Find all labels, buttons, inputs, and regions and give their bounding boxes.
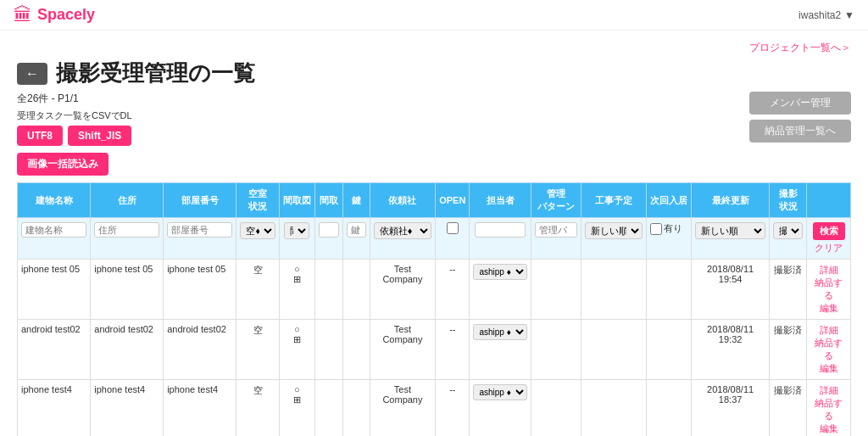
- detail-link[interactable]: 詳細: [810, 384, 847, 397]
- cell-assignee: ashipp ♦: [470, 320, 531, 380]
- filter-construction[interactable]: 新しい順: [585, 222, 643, 239]
- filter-mgmt-pattern[interactable]: [535, 222, 577, 238]
- csv-label: 受理タスク一覧をCSVでDL: [17, 109, 132, 122]
- user-menu[interactable]: iwashita2 ▼: [798, 9, 854, 21]
- filter-room[interactable]: [167, 222, 232, 238]
- filter-status[interactable]: 撮▲: [773, 222, 803, 239]
- main-content: プロジェクト一覧へ＞ ← 撮影受理管理の一覧 全26件 - P1/1 受理タスク…: [0, 31, 868, 436]
- page-title: 撮影受理管理の一覧: [56, 59, 255, 88]
- user-dropdown-icon: ▼: [844, 9, 854, 21]
- cell-assignee: ashipp ♦: [470, 260, 531, 320]
- cell-room-address: android test02: [164, 320, 236, 380]
- filter-client[interactable]: 依頼社♦: [374, 222, 432, 239]
- table-header-row: 建物名称 住所 部屋番号 空室状況 間取図 間取 鍵 依頼社 OPEN 担当者 …: [18, 183, 851, 218]
- assignee-select[interactable]: ashipp ♦: [473, 264, 527, 280]
- deliver-link[interactable]: 納品する: [810, 337, 847, 362]
- logo-icon: 🏛: [14, 4, 32, 26]
- edit-link[interactable]: 編集: [810, 362, 847, 375]
- cell-madori-icon: ○⊞: [279, 260, 314, 320]
- back-button[interactable]: ←: [17, 63, 47, 85]
- filter-key[interactable]: [347, 222, 366, 238]
- clear-button[interactable]: クリア: [810, 242, 847, 254]
- edit-link[interactable]: 編集: [810, 422, 847, 435]
- shiftjis-button[interactable]: Shift_JIS: [68, 126, 131, 146]
- filter-open-checkbox[interactable]: [447, 222, 459, 234]
- table-row: android test02 android test02 android te…: [18, 320, 851, 380]
- cell-assignee: ashipp ♦: [470, 380, 531, 437]
- cell-status: 撮影済: [770, 380, 807, 437]
- cell-construction: [581, 380, 646, 437]
- csv-buttons: UTF8 Shift_JIS: [17, 126, 132, 146]
- table-row: iphone test4 iphone test4 iphone test4 空…: [18, 380, 851, 437]
- cell-key: [342, 260, 370, 320]
- cell-mgmt: [531, 380, 581, 437]
- utf8-button[interactable]: UTF8: [17, 126, 63, 146]
- cell-construction: [581, 320, 646, 380]
- filter-assignee[interactable]: [475, 222, 526, 238]
- filter-arite-checkbox[interactable]: [650, 223, 662, 235]
- cell-mgmt: [531, 260, 581, 320]
- toolbar-area: 全26件 - P1/1 受理タスク一覧をCSVでDL UTF8 Shift_JI…: [17, 92, 851, 176]
- count-label: 全26件 - P1/1: [17, 92, 132, 106]
- filter-last-update[interactable]: 新しい順: [695, 222, 765, 239]
- col-open: OPEN: [436, 183, 470, 218]
- cell-key: [342, 320, 370, 380]
- col-address: 住所: [91, 183, 164, 218]
- cell-construction: [581, 260, 646, 320]
- cell-mgmt: [531, 320, 581, 380]
- col-actions: [807, 183, 851, 218]
- detail-link[interactable]: 詳細: [810, 324, 847, 337]
- table-body: iphone test 05 iphone test 05 iphone tes…: [18, 260, 851, 437]
- cell-actions: 詳細 納品する 編集: [807, 380, 851, 437]
- search-button[interactable]: 検索: [813, 222, 845, 240]
- cell-vacancy: 空: [236, 260, 279, 320]
- cell-status: 撮影済: [770, 320, 807, 380]
- deliver-link[interactable]: 納品する: [810, 277, 847, 302]
- col-client: 依頼社: [370, 183, 436, 218]
- table-row: iphone test 05 iphone test 05 iphone tes…: [18, 260, 851, 320]
- delivery-mgmt-button[interactable]: 納品管理一覧へ: [749, 120, 851, 143]
- cell-actions: 詳細 納品する 編集: [807, 320, 851, 380]
- cell-building: iphone test4: [18, 380, 91, 437]
- col-last-update: 最終更新: [691, 183, 769, 218]
- filter-madori-zu[interactable]: 間♦: [284, 222, 309, 239]
- col-madori-zu: 間取図: [279, 183, 314, 218]
- right-controls: メンバー管理 納品管理一覧へ: [749, 92, 851, 143]
- image-import-button[interactable]: 画像一括読込み: [17, 153, 108, 176]
- cell-last-update: 2018/08/11 19:32: [691, 320, 769, 380]
- col-madori: 間取: [314, 183, 342, 218]
- assignee-select[interactable]: ashipp ♦: [473, 324, 527, 340]
- logo-text: Spacely: [37, 6, 95, 24]
- col-mgmt-pattern: 管理パターン: [531, 183, 581, 218]
- filter-building[interactable]: [21, 222, 86, 238]
- cell-next-entry: [646, 380, 691, 437]
- filter-address[interactable]: [94, 222, 159, 238]
- table-filter-row: 空♦ 間♦ 依頼社♦: [18, 218, 851, 260]
- detail-link[interactable]: 詳細: [810, 264, 847, 277]
- col-next-entry: 次回入居: [646, 183, 691, 218]
- col-key: 鍵: [342, 183, 370, 218]
- filter-vacancy[interactable]: 空♦: [240, 222, 275, 239]
- col-vacancy: 空室状況: [236, 183, 279, 218]
- cell-address: android test02: [91, 320, 164, 380]
- cell-open: --: [436, 260, 470, 320]
- app-header: 🏛 Spacely iwashita2 ▼: [0, 0, 868, 31]
- cell-open: --: [436, 320, 470, 380]
- col-building: 建物名称: [18, 183, 91, 218]
- cell-building: iphone test 05: [18, 260, 91, 320]
- assignee-select[interactable]: ashipp ♦: [473, 384, 527, 400]
- filter-madori[interactable]: [319, 222, 339, 238]
- col-status: 撮影状況: [770, 183, 807, 218]
- cell-client: Test Company: [370, 380, 436, 437]
- edit-link[interactable]: 編集: [810, 302, 847, 315]
- cell-madori: [314, 260, 342, 320]
- deliver-link[interactable]: 納品する: [810, 397, 847, 422]
- cell-madori: [314, 320, 342, 380]
- cell-status: 撮影済: [770, 260, 807, 320]
- member-mgmt-button[interactable]: メンバー管理: [749, 92, 851, 115]
- cell-vacancy: 空: [236, 380, 279, 437]
- cell-key: [342, 380, 370, 437]
- cell-address: iphone test4: [91, 380, 164, 437]
- project-link[interactable]: プロジェクト一覧へ＞: [749, 42, 851, 53]
- cell-client: Test Company: [370, 260, 436, 320]
